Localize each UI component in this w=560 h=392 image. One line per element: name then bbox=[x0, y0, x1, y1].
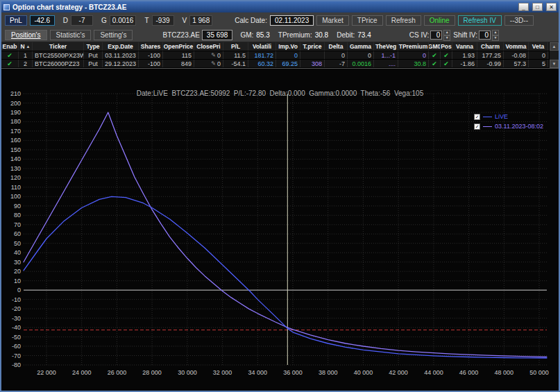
y-axis-label: 70 bbox=[14, 221, 21, 228]
pnl-label: PnL bbox=[5, 15, 27, 26]
y-axis-label: -50 bbox=[12, 334, 21, 341]
spinner-value[interactable]: 0 bbox=[479, 31, 491, 40]
col-n[interactable]: N▲ bbox=[19, 42, 33, 51]
pencil-icon[interactable]: ✎ bbox=[211, 52, 216, 58]
y-axis-label: 160 bbox=[10, 137, 21, 144]
maximize-button[interactable]: □ bbox=[532, 3, 543, 11]
x-axis-label: 40 000 bbox=[354, 369, 373, 376]
calc-date-input[interactable]: 02.11.2023 bbox=[270, 15, 314, 26]
x-axis-label: 28 000 bbox=[142, 369, 162, 376]
col-tpremium[interactable]: TPremium bbox=[398, 42, 429, 51]
col-shares[interactable]: Shares bbox=[139, 42, 163, 51]
col-type[interactable]: Type bbox=[84, 42, 103, 51]
window-title: Option chart strategy - BTCZ23.AE bbox=[12, 3, 515, 11]
spin-down-button[interactable]: ▼ bbox=[492, 35, 499, 41]
col-expdate[interactable]: Exp.Date bbox=[103, 42, 139, 51]
col-volatility[interactable]: Volatili bbox=[248, 42, 276, 51]
cell-enab: ✔ bbox=[1, 60, 19, 67]
refresh-iv-button[interactable]: Refresh IV bbox=[458, 15, 502, 26]
cell-ticker: BTC26000PZ23 bbox=[33, 60, 84, 67]
col-pl[interactable]: P/L bbox=[223, 42, 248, 51]
close-button[interactable]: ✕ bbox=[546, 3, 557, 11]
cell-gamma: 0 bbox=[348, 51, 374, 59]
table-row[interactable]: ✔1BTC25500PX23W1Put03.11.2023-100115✎011… bbox=[1, 51, 549, 60]
view-3d-button[interactable]: --3D-- bbox=[504, 15, 534, 26]
greek-label: G bbox=[101, 17, 107, 24]
table-body: ✔1BTC25500PX23W1Put03.11.2023-100115✎011… bbox=[1, 51, 549, 68]
legend-label: LiVE bbox=[495, 113, 508, 120]
spinner-arrows: ▲▼ bbox=[443, 30, 450, 41]
col-pos[interactable]: Pos bbox=[441, 42, 452, 51]
col-charm[interactable]: Charm bbox=[477, 42, 504, 51]
pencil-icon[interactable]: ✎ bbox=[211, 60, 216, 67]
scroll-up-button[interactable]: ▲ bbox=[550, 42, 559, 51]
spinner-value[interactable]: 0 bbox=[430, 31, 442, 40]
col-tprice[interactable]: T.price bbox=[300, 42, 325, 51]
titlebar[interactable]: Option chart strategy - BTCZ23.AE _ □ ✕ bbox=[1, 1, 559, 12]
col-closepri[interactable]: ClosePri bbox=[194, 42, 223, 51]
greek-label: T bbox=[144, 17, 149, 24]
tab-position-s[interactable]: Position's bbox=[5, 30, 47, 40]
col-gamma[interactable]: Gamma bbox=[348, 42, 374, 51]
field-value: 30.8 bbox=[315, 31, 328, 39]
col-delta[interactable]: Delta bbox=[325, 42, 348, 51]
col-vomma[interactable]: Vomma bbox=[504, 42, 529, 51]
cell-openprice: 115 bbox=[163, 51, 194, 59]
tab-statistic-s[interactable]: Statistic's bbox=[50, 30, 92, 40]
y-axis-label: 200 bbox=[10, 100, 21, 107]
series-live bbox=[24, 196, 547, 358]
cell-enab: ✔ bbox=[1, 51, 19, 59]
legend-checkbox[interactable]: ✓ bbox=[474, 114, 480, 120]
cell-vanna: -1.86 bbox=[452, 60, 477, 67]
y-axis-label: -40 bbox=[12, 324, 21, 331]
main-toolbar: PnL -42.6 D-7G0.0016T-939V1 968 Calc Dat… bbox=[1, 12, 559, 28]
greek-label: D bbox=[63, 17, 68, 24]
market-button[interactable]: Market bbox=[316, 15, 349, 26]
cell-veta: 5 bbox=[529, 60, 548, 67]
iv-spinners: CS IV:0▲▼Shift IV:0▲▼ bbox=[409, 30, 499, 41]
cell-pl: -54.1 bbox=[223, 60, 248, 67]
col-enab[interactable]: Enab bbox=[1, 42, 19, 51]
spin-up-button[interactable]: ▲ bbox=[492, 30, 499, 35]
refresh-button[interactable]: Refresh bbox=[386, 15, 421, 26]
scrollbar-track[interactable] bbox=[550, 51, 559, 60]
col-gm0[interactable]: GM0 bbox=[429, 42, 441, 51]
x-axis-label: 26 000 bbox=[108, 369, 127, 376]
scroll-down-button[interactable]: ▼ bbox=[550, 60, 559, 68]
cell-delta: 0 bbox=[325, 51, 348, 59]
col-impvol[interactable]: Imp.Vo bbox=[276, 42, 300, 51]
spin-up-button[interactable]: ▲ bbox=[443, 30, 450, 35]
cell-theveg: .... bbox=[374, 60, 398, 67]
tprice-button[interactable]: TPrice bbox=[352, 15, 383, 26]
cell-vomma: 57.3 bbox=[504, 60, 529, 67]
col-vanna[interactable]: Vanna bbox=[452, 42, 477, 51]
x-axis-label: 36 000 bbox=[283, 369, 303, 376]
col-openprice[interactable]: OpenPrice bbox=[163, 42, 194, 51]
table-scrollbar[interactable]: ▲ ▼ bbox=[549, 42, 559, 68]
y-axis-label: 10 bbox=[14, 278, 21, 284]
tab-setting-s[interactable]: Setting's bbox=[94, 30, 133, 40]
symbol-price-input[interactable]: 35 698 bbox=[202, 30, 233, 40]
col-veta[interactable]: Veta bbox=[529, 42, 548, 51]
spin-down-button[interactable]: ▼ bbox=[443, 35, 450, 41]
cell-n: 1 bbox=[19, 51, 33, 59]
minimize-button[interactable]: _ bbox=[518, 3, 529, 11]
legend-checkbox[interactable]: ✓ bbox=[474, 123, 480, 130]
cell-charm: 177.25 bbox=[477, 51, 504, 59]
x-axis-label: 38 000 bbox=[319, 369, 338, 376]
online-button[interactable]: Online bbox=[424, 15, 455, 26]
pnl-value: -42.6 bbox=[30, 15, 55, 26]
col-theveg[interactable]: TheVeg bbox=[374, 42, 398, 51]
symbol-label: BTCZ23.AE bbox=[162, 31, 199, 39]
field-label: Debit: bbox=[337, 31, 355, 39]
app-icon bbox=[3, 4, 10, 10]
greek-value: 0.0016 bbox=[110, 15, 137, 26]
col-ticker[interactable]: Ticker bbox=[33, 42, 84, 51]
table-row[interactable]: ✔2BTC26000PZ23Put29.12.2023-100849✎0-54.… bbox=[1, 60, 549, 68]
cell-gamma: 0.0016 bbox=[348, 60, 374, 67]
cell-gm0: ✔ bbox=[429, 51, 441, 59]
cell-vanna: 1.93 bbox=[452, 51, 477, 59]
y-axis-label: 150 bbox=[10, 146, 21, 153]
x-axis-label: 22 000 bbox=[37, 369, 56, 376]
app-window: Option chart strategy - BTCZ23.AE _ □ ✕ … bbox=[0, 0, 560, 392]
